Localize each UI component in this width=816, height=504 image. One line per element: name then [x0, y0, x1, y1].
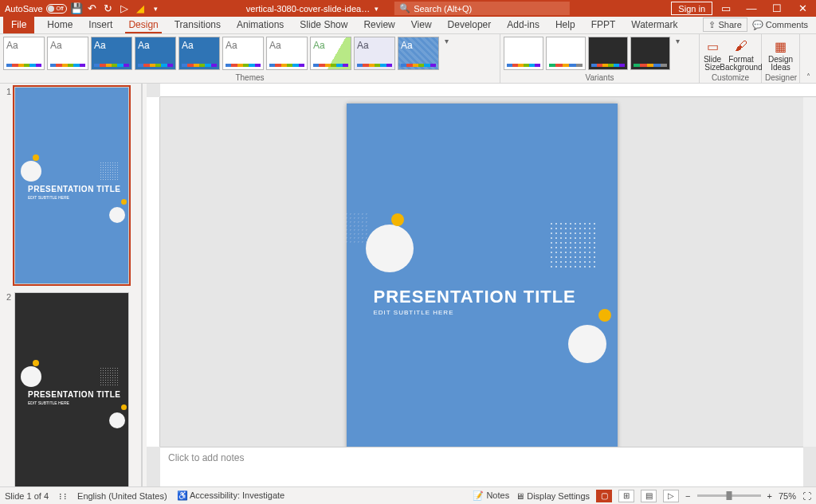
variant-swatch[interactable] [630, 37, 670, 70]
tab-animations[interactable]: Animations [229, 16, 292, 33]
tab-review[interactable]: Review [355, 16, 402, 33]
qat-more-icon[interactable]: ▾ [150, 2, 163, 15]
doc-dropdown-icon[interactable]: ▾ [375, 5, 379, 13]
redo-icon[interactable]: ↻ [102, 2, 115, 15]
zoom-in-button[interactable]: + [767, 491, 772, 501]
theme-swatch[interactable]: Aa [310, 37, 351, 70]
shape-circle [109, 412, 125, 428]
status-spelling-icon[interactable]: ⫶⫶ [58, 491, 68, 501]
tab-fppt[interactable]: FPPT [583, 16, 624, 33]
close-button[interactable]: ✕ [790, 1, 814, 17]
design-ideas-icon: ▦ [773, 38, 789, 54]
design-ideas-label: Design Ideas [765, 56, 796, 72]
variants-more-icon[interactable]: ▾ [673, 37, 682, 45]
status-language[interactable]: English (United States) [77, 491, 167, 501]
theme-swatch[interactable]: Aa [266, 37, 308, 70]
slide[interactable]: PRESENTATION TITLE EDIT SUBTITLE HERE [347, 104, 618, 447]
themes-group-label: Themes [3, 72, 496, 83]
tab-slideshow[interactable]: Slide Show [292, 16, 355, 33]
theme-swatch[interactable]: Aa [178, 37, 220, 70]
shape-circle [121, 404, 127, 410]
thumb-subtitle: EDIT SUBTITLE HERE [28, 195, 69, 200]
shape-dots [100, 162, 119, 181]
collapse-ribbon-icon[interactable]: ˄ [806, 72, 810, 81]
display-settings-button[interactable]: 🖥 Display Settings [516, 491, 590, 501]
shape-circle[interactable] [568, 325, 606, 363]
themes-more-icon[interactable]: ▾ [441, 37, 451, 45]
theme-swatch[interactable]: Aa [91, 37, 132, 70]
tab-insert[interactable]: Insert [80, 16, 120, 33]
autosave-toggle[interactable]: AutoSave Off [5, 4, 67, 14]
normal-view-button[interactable]: ▢ [596, 490, 612, 502]
ribbon-display-icon[interactable]: ▭ [714, 1, 738, 17]
search-box[interactable]: 🔍 Search (Alt+Q) [394, 2, 570, 15]
thumb-subtitle: EDIT SUBTITLE HERE [28, 400, 69, 405]
notes-pane[interactable]: Click to add notes [160, 447, 803, 486]
slideshow-view-button[interactable]: ▷ [663, 490, 679, 502]
share-button[interactable]: ⇪Share [703, 18, 747, 32]
autosave-label: AutoSave [5, 4, 43, 14]
undo-icon[interactable]: ↶ [86, 2, 99, 15]
comments-button[interactable]: 💬 Comments [752, 20, 808, 30]
slide-subtitle[interactable]: EDIT SUBTITLE HERE [374, 309, 454, 316]
slide-title[interactable]: PRESENTATION TITLE [374, 287, 576, 307]
format-background-button[interactable]: 🖌 Format Background [724, 37, 758, 72]
slide-sorter-button[interactable]: ⊞ [618, 490, 634, 502]
shape-circle[interactable] [366, 225, 414, 272]
horizontal-ruler[interactable] [160, 84, 816, 97]
variant-swatch[interactable] [504, 37, 543, 70]
autosave-state: Off [56, 6, 63, 11]
accessibility-icon: ♿ [177, 490, 188, 500]
minimize-button[interactable]: — [740, 1, 763, 17]
display-settings-label: Display Settings [527, 491, 590, 501]
notes-button[interactable]: 📝 Notes [473, 490, 509, 501]
slide-thumbnail-2[interactable]: PRESENTATION TITLE EDIT SUBTITLE HERE [14, 292, 129, 486]
zoom-slider[interactable] [697, 494, 761, 497]
shape-circle [21, 161, 41, 182]
shape-circle[interactable] [391, 213, 404, 226]
slide-canvas-area[interactable]: PRESENTATION TITLE EDIT SUBTITLE HERE [160, 97, 803, 447]
reading-view-button[interactable]: ▤ [641, 490, 657, 502]
vertical-ruler[interactable] [147, 97, 160, 447]
theme-swatch[interactable]: Aa [222, 37, 264, 70]
slide-thumbnail-1[interactable]: PRESENTATION TITLE EDIT SUBTITLE HERE [14, 87, 129, 284]
thumbnail-panel[interactable]: 1 PRESENTATION TITLE EDIT SUBTITLE HERE … [0, 84, 142, 486]
share-icon: ⇪ [708, 18, 716, 32]
vertical-scrollbar[interactable] [803, 97, 816, 447]
maximize-button[interactable]: ☐ [765, 1, 789, 17]
variants-group-label: Variants [504, 72, 696, 83]
tab-view[interactable]: View [403, 16, 440, 33]
zoom-level[interactable]: 75% [779, 491, 796, 501]
slide-size-icon: ▭ [704, 38, 720, 54]
theme-swatch[interactable]: Aa [3, 37, 45, 70]
sign-in-button[interactable]: Sign in [671, 2, 712, 15]
shape-dots [100, 367, 119, 386]
theme-swatch[interactable]: Aa [47, 37, 88, 70]
tab-file[interactable]: File [3, 16, 34, 33]
status-accessibility[interactable]: ♿ Accessibility: Investigate [177, 490, 285, 501]
theme-swatch[interactable]: Aa [354, 37, 395, 70]
home-shape-icon[interactable]: ◢ [134, 2, 147, 15]
theme-swatch[interactable]: Aa [398, 37, 439, 70]
from-beginning-icon[interactable]: ▷ [118, 2, 131, 15]
tab-watermark[interactable]: Watermark [623, 16, 685, 33]
document-name[interactable]: vertical-3080-cover-slide-idea… [246, 4, 370, 14]
tab-home[interactable]: Home [39, 16, 80, 33]
fit-to-window-button[interactable]: ⛶ [802, 491, 811, 501]
shape-circle[interactable] [598, 309, 611, 322]
theme-swatch[interactable]: Aa [135, 37, 176, 70]
tab-addins[interactable]: Add-ins [499, 16, 547, 33]
thumb-number: 2 [3, 292, 11, 486]
variant-swatch[interactable] [588, 37, 628, 70]
zoom-out-button[interactable]: − [685, 491, 690, 501]
shape-dots[interactable] [549, 221, 595, 268]
design-ideas-button[interactable]: ▦ Design Ideas [765, 37, 796, 72]
save-icon[interactable]: 💾 [70, 2, 83, 15]
status-slide-number[interactable]: Slide 1 of 4 [5, 491, 49, 501]
variant-swatch[interactable] [546, 37, 586, 70]
tab-design[interactable]: Design [120, 16, 166, 33]
tab-transitions[interactable]: Transitions [167, 16, 229, 33]
tab-developer[interactable]: Developer [440, 16, 500, 33]
format-bg-label: Format Background [720, 56, 762, 72]
tab-help[interactable]: Help [547, 16, 583, 33]
